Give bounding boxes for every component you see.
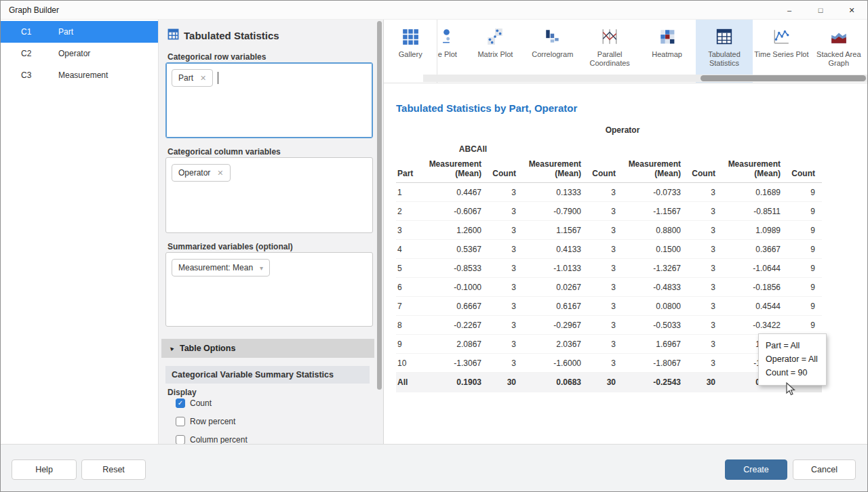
mean-cell[interactable]: 0.0267 <box>523 278 591 297</box>
count-cell[interactable]: 3 <box>690 335 722 354</box>
chip-remove-icon[interactable]: ✕ <box>200 74 206 83</box>
checkbox-box[interactable]: ✓ <box>176 398 185 408</box>
count-cell[interactable]: 3 <box>491 259 523 278</box>
count-cell[interactable]: 3 <box>491 354 523 373</box>
sidebar-item-operator[interactable]: C2 Operator <box>1 43 158 64</box>
count-cell[interactable]: 9 <box>790 316 822 335</box>
close-button[interactable]: ✕ <box>836 1 867 20</box>
count-cell[interactable]: 9 <box>790 259 822 278</box>
count-cell[interactable]: 3 <box>491 221 523 240</box>
count-cell[interactable]: 9 <box>790 240 822 259</box>
mean-cell[interactable]: -0.5033 <box>623 316 690 335</box>
mean-cell[interactable]: 0.1689 <box>722 183 790 202</box>
count-cell[interactable]: 3 <box>591 240 623 259</box>
mean-cell[interactable]: -0.1856 <box>722 278 790 297</box>
mean-cell[interactable]: -1.8067 <box>623 354 690 373</box>
mean-cell[interactable]: -0.7900 <box>523 202 591 221</box>
count-cell[interactable]: 3 <box>690 221 722 240</box>
variable-chip-operator[interactable]: Operator ✕ <box>172 164 231 182</box>
mean-cell[interactable]: 1.6967 <box>623 335 690 354</box>
count-cell[interactable]: 30 <box>591 373 623 392</box>
count-cell[interactable]: 3 <box>690 297 722 316</box>
mean-cell[interactable]: -1.1567 <box>623 202 690 221</box>
panel-scrollbar-thumb[interactable] <box>377 21 382 390</box>
gallery-item-gallery[interactable]: Gallery <box>384 20 437 83</box>
checkbox-count[interactable]: ✓ Count <box>176 398 212 408</box>
gallery-item-e-plot[interactable]: e Plot <box>437 20 467 83</box>
part-cell[interactable]: All <box>396 373 423 392</box>
count-cell[interactable]: 3 <box>591 183 623 202</box>
mean-cell[interactable]: -0.8511 <box>722 202 790 221</box>
count-cell[interactable]: 30 <box>690 373 722 392</box>
minimize-button[interactable]: – <box>774 1 805 20</box>
part-cell[interactable]: 8 <box>396 316 423 335</box>
sidebar-item-part[interactable]: C1 Part <box>1 21 158 43</box>
count-cell[interactable]: 3 <box>690 278 722 297</box>
count-cell[interactable]: 3 <box>491 335 523 354</box>
panel-scrollbar[interactable] <box>377 21 382 440</box>
mean-cell[interactable]: -0.1000 <box>423 278 491 297</box>
column-variables-dropzone[interactable]: Operator ✕ <box>165 157 373 233</box>
mean-cell[interactable]: -0.0733 <box>623 183 690 202</box>
mean-cell[interactable]: 0.4544 <box>722 297 790 316</box>
count-cell[interactable]: 3 <box>491 297 523 316</box>
part-cell[interactable]: 6 <box>396 278 423 297</box>
gallery-scrollbar[interactable] <box>423 75 867 82</box>
count-cell[interactable]: 3 <box>591 278 623 297</box>
part-cell[interactable]: 9 <box>396 335 423 354</box>
mean-cell[interactable]: 0.0800 <box>623 297 690 316</box>
mean-cell[interactable]: -1.0133 <box>523 259 591 278</box>
part-cell[interactable]: 2 <box>396 202 423 221</box>
gallery-item-matrix-plot[interactable]: Matrix Plot <box>467 20 524 83</box>
reset-button[interactable]: Reset <box>81 459 146 480</box>
gallery-scrollbar-thumb[interactable] <box>701 75 866 81</box>
mean-cell[interactable]: 0.8800 <box>623 221 690 240</box>
count-cell[interactable]: 9 <box>790 221 822 240</box>
gallery-item-tabulated-statistics[interactable]: Tabulated Statistics <box>696 20 753 83</box>
count-cell[interactable]: 3 <box>591 221 623 240</box>
mean-cell[interactable]: 0.6667 <box>423 297 491 316</box>
count-cell[interactable]: 3 <box>591 297 623 316</box>
count-cell[interactable]: 3 <box>591 202 623 221</box>
chevron-down-icon[interactable]: ▾ <box>260 264 263 272</box>
part-cell[interactable]: 1 <box>396 183 423 202</box>
gallery-item-time-series-plot[interactable]: Time Series Plot <box>753 20 810 83</box>
count-cell[interactable]: 3 <box>491 316 523 335</box>
cancel-button[interactable]: Cancel <box>793 459 856 480</box>
count-cell[interactable]: 9 <box>790 278 822 297</box>
help-button[interactable]: Help <box>12 459 77 480</box>
sidebar-item-measurement[interactable]: C3 Measurement <box>1 64 158 86</box>
part-cell[interactable]: 10 <box>396 354 423 373</box>
mean-cell[interactable]: 0.1903 <box>423 373 491 392</box>
count-cell[interactable]: 3 <box>591 354 623 373</box>
mean-cell[interactable]: -0.2267 <box>423 316 491 335</box>
count-cell[interactable]: 3 <box>690 240 722 259</box>
count-cell[interactable]: 3 <box>491 202 523 221</box>
count-cell[interactable]: 3 <box>690 183 722 202</box>
part-cell[interactable]: 4 <box>396 240 423 259</box>
mean-cell[interactable]: 0.3667 <box>722 240 790 259</box>
checkbox-box[interactable] <box>176 435 185 444</box>
count-cell[interactable]: 3 <box>591 335 623 354</box>
count-cell[interactable]: 3 <box>491 240 523 259</box>
mean-cell[interactable]: 1.0989 <box>722 221 790 240</box>
mean-cell[interactable]: -0.8533 <box>423 259 491 278</box>
part-cell[interactable]: 7 <box>396 297 423 316</box>
mean-cell[interactable]: -0.6067 <box>423 202 491 221</box>
count-cell[interactable]: 3 <box>591 316 623 335</box>
mean-cell[interactable]: 0.4133 <box>523 240 591 259</box>
mean-cell[interactable]: 1.1567 <box>523 221 591 240</box>
checkbox-box[interactable] <box>176 417 185 426</box>
part-cell[interactable]: 3 <box>396 221 423 240</box>
gallery-item-heatmap[interactable]: Heatmap <box>638 20 695 83</box>
mean-cell[interactable]: -1.3067 <box>423 354 491 373</box>
mean-cell[interactable]: -0.2543 <box>623 373 690 392</box>
count-cell[interactable]: 3 <box>491 278 523 297</box>
part-cell[interactable]: 5 <box>396 259 423 278</box>
mean-cell[interactable]: 0.6167 <box>523 297 591 316</box>
mean-cell[interactable]: 0.1333 <box>523 183 591 202</box>
mean-cell[interactable]: -1.6000 <box>523 354 591 373</box>
gallery-item-parallel-coordinates[interactable]: Parallel Coordinates <box>581 20 638 83</box>
count-cell[interactable]: 3 <box>491 183 523 202</box>
create-button[interactable]: Create <box>725 459 787 480</box>
